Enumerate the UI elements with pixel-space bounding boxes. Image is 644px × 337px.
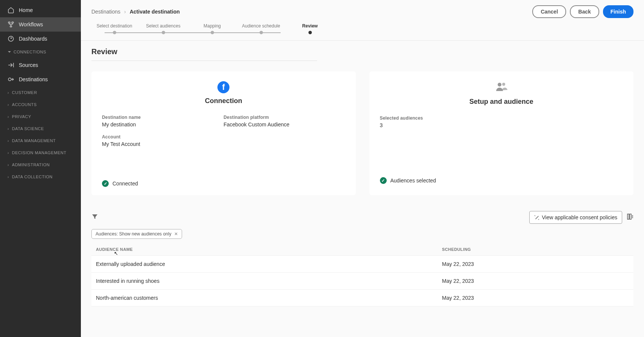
step-select-audiences[interactable]: Select audiences xyxy=(139,23,188,34)
connection-col-right: Destination platform Facebook Custom Aud… xyxy=(223,115,345,154)
step-label: Review xyxy=(302,23,317,29)
nav-section-data-science[interactable]: ›Data Science xyxy=(0,123,81,135)
nav-section-privacy[interactable]: ›Privacy xyxy=(0,111,81,123)
chevron-right-icon: › xyxy=(8,91,9,95)
th-audience-name: Audience Name xyxy=(96,247,442,252)
setup-card: Setup and audience Selected audiences 3 … xyxy=(369,71,634,195)
nav-sources-label: Sources xyxy=(19,62,38,68)
header: Destinations › Activate destination Canc… xyxy=(81,0,644,21)
nav-section-administration[interactable]: ›Administration xyxy=(0,159,81,171)
nav-section-data-management[interactable]: ›Data Management xyxy=(0,135,81,147)
step-dot xyxy=(260,31,263,34)
account-label: Account xyxy=(102,134,223,140)
step-label: Select destination xyxy=(97,23,132,29)
columns-icon[interactable] xyxy=(627,213,633,222)
destinations-icon xyxy=(8,76,14,83)
check-icon: ✓ xyxy=(380,177,387,184)
nav-section-accounts[interactable]: ›Accounts xyxy=(0,99,81,111)
td-audience-name: North-american customers xyxy=(96,295,442,301)
chevron-right-icon: › xyxy=(8,139,9,143)
people-icon xyxy=(495,81,508,93)
svg-point-5 xyxy=(498,83,501,87)
nav-section-customer[interactable]: ›Customer xyxy=(0,87,81,99)
nav-destinations[interactable]: Destinations xyxy=(0,72,81,87)
svg-rect-2 xyxy=(10,26,12,27)
svg-rect-8 xyxy=(630,214,631,219)
th-scheduling: Scheduling xyxy=(442,247,629,252)
table-row[interactable]: Interested in running shoes May 22, 2023 xyxy=(91,272,633,289)
nav-home[interactable]: Home xyxy=(0,3,81,17)
td-scheduling: May 22, 2023 xyxy=(442,295,629,301)
nav-sources[interactable]: Sources xyxy=(0,58,81,72)
filter-icon[interactable] xyxy=(91,213,98,222)
td-scheduling: May 22, 2023 xyxy=(442,278,629,284)
main-content: Destinations › Activate destination Canc… xyxy=(81,0,644,337)
back-button[interactable]: Back xyxy=(570,5,599,18)
step-dot xyxy=(211,31,214,34)
breadcrumb: Destinations › Activate destination xyxy=(91,9,180,15)
dest-name-value: My destination xyxy=(102,121,223,128)
dashboards-icon xyxy=(8,35,14,42)
connection-status-text: Connected xyxy=(112,181,138,187)
cancel-button[interactable]: Cancel xyxy=(532,5,566,18)
header-actions: Cancel Back Finish xyxy=(532,5,633,18)
view-policies-label: View applicable consent policies xyxy=(542,214,617,220)
check-icon: ✓ xyxy=(102,180,109,187)
dest-name-label: Destination name xyxy=(102,115,223,120)
chevron-right-icon: › xyxy=(8,175,9,179)
connection-status: ✓ Connected xyxy=(102,180,345,187)
table-row[interactable]: ↖ Externally uploaded audience May 22, 2… xyxy=(91,255,633,272)
svg-rect-7 xyxy=(627,214,629,219)
chevron-right-icon: › xyxy=(8,103,9,107)
selected-audiences-label: Selected audiences xyxy=(380,115,623,121)
cards-row: f Connection Destination name My destina… xyxy=(91,71,633,195)
step-dot xyxy=(162,31,165,34)
workflows-icon xyxy=(8,21,14,28)
nav-decision-label: Decision Management xyxy=(12,150,67,155)
platform-value: Facebook Custom Audience xyxy=(223,121,345,128)
nav-dashboards[interactable]: Dashboards xyxy=(0,32,81,46)
nav-privacy-label: Privacy xyxy=(12,114,31,119)
nav-datasci-label: Data Science xyxy=(12,126,44,131)
nav-section-connections[interactable]: Connections xyxy=(0,46,81,58)
divider xyxy=(91,61,317,61)
breadcrumb-current: Activate destination xyxy=(130,9,180,15)
step-label: Select audiences xyxy=(146,23,180,29)
breadcrumb-separator: › xyxy=(124,9,126,15)
nav-section-connections-label: Connections xyxy=(14,50,46,54)
step-dot xyxy=(308,31,312,34)
step-mapping[interactable]: Mapping xyxy=(188,23,237,34)
table-controls: View applicable consent policies xyxy=(91,211,633,224)
step-audience-schedule[interactable]: Audience schedule xyxy=(237,23,286,34)
nav-accounts-label: Accounts xyxy=(12,102,37,107)
svg-rect-1 xyxy=(12,22,14,23)
stepper: Select destination Select audiences Mapp… xyxy=(81,23,644,41)
nav-workflows-label: Workflows xyxy=(19,21,43,27)
nav-section-decision-management[interactable]: ›Decision Management xyxy=(0,147,81,159)
view-policies-button[interactable]: View applicable consent policies xyxy=(529,211,622,224)
breadcrumb-parent[interactable]: Destinations xyxy=(91,9,120,15)
step-label: Mapping xyxy=(204,23,221,29)
setup-col: Selected audiences 3 xyxy=(380,115,623,135)
filter-chip-close[interactable]: ✕ xyxy=(174,231,178,237)
setup-card-title: Setup and audience xyxy=(380,98,623,106)
audiences-table: Audience Name Scheduling ↖ Externally up… xyxy=(91,243,633,307)
connection-col-left: Destination name My destination Account … xyxy=(102,115,223,154)
nav-section-data-collection[interactable]: ›Data Collection xyxy=(0,171,81,183)
connection-card-title: Connection xyxy=(102,97,345,105)
content-area: Review f Connection Destination name My … xyxy=(81,41,644,313)
finish-button[interactable]: Finish xyxy=(603,5,633,18)
step-review[interactable]: Review xyxy=(286,23,334,34)
step-dot xyxy=(113,31,116,34)
nav-customer-label: Customer xyxy=(12,90,37,95)
nav-workflows[interactable]: Workflows xyxy=(0,17,81,32)
table-header-row: Audience Name Scheduling xyxy=(91,243,633,255)
step-select-destination[interactable]: Select destination xyxy=(90,23,139,34)
sidebar: Home Workflows Dashboards Connections So… xyxy=(0,0,81,337)
wand-icon xyxy=(534,215,539,220)
setup-status-text: Audiences selected xyxy=(390,178,436,184)
table-row[interactable]: North-american customers May 22, 2023 xyxy=(91,289,633,307)
filter-chip-label: Audiences: Show new audiences only xyxy=(96,231,171,237)
connection-card-body: Destination name My destination Account … xyxy=(102,115,345,154)
nav-home-label: Home xyxy=(19,7,33,13)
